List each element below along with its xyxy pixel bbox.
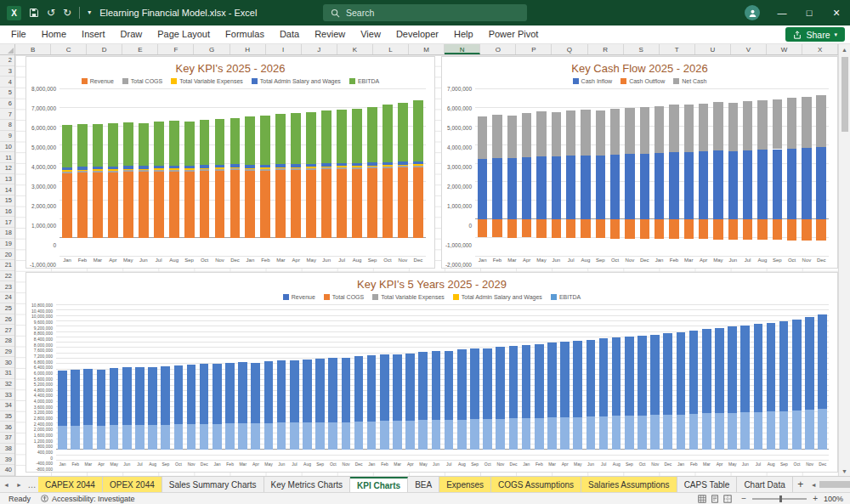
column-header-t[interactable]: T [660,44,695,54]
row-header-31[interactable]: 31 [0,368,14,379]
chart-key-cash-flow-2025-2026[interactable]: Key Cash Flow 2025 - 2026Cash InflowCash… [441,56,838,269]
spreadsheet-area[interactable]: Key KPI's 2025 - 2026RevenueTotal COGSTo… [15,55,838,476]
undo-icon[interactable]: ↺ [47,8,55,18]
vertical-scrollbar[interactable]: ▲ ▼ [838,44,850,476]
row-header-35[interactable]: 35 [0,411,14,422]
normal-view-icon[interactable] [698,495,706,503]
row-header-9[interactable]: 9 [0,131,14,142]
ribbon-tab-page-layout[interactable]: Page Layout [150,25,218,43]
row-header-37[interactable]: 37 [0,433,14,444]
search-box[interactable]: Search [323,4,527,21]
excel-logo-icon[interactable]: X [7,6,21,20]
row-header-29[interactable]: 29 [0,347,14,358]
row-header-28[interactable]: 28 [0,336,14,347]
row-header-12[interactable]: 12 [0,163,14,174]
maximize-button[interactable]: □ [796,0,823,25]
sheet-tab-salaries-assumptions[interactable]: Salaries Assumptions [581,477,677,492]
row-header-15[interactable]: 15 [0,195,14,207]
horizontal-scrollbar-thumb[interactable] [819,481,850,488]
sheet-more-button[interactable]: … [26,477,38,492]
row-header-13[interactable]: 13 [0,174,14,185]
column-header-u[interactable]: U [695,44,731,54]
share-button[interactable]: Share ▾ [785,27,845,42]
row-header-14[interactable]: 14 [0,184,14,195]
column-header-r[interactable]: R [588,44,624,54]
close-button[interactable]: × [823,0,850,25]
account-avatar[interactable] [745,5,760,20]
row-header-8[interactable]: 8 [0,120,14,131]
row-header-10[interactable]: 10 [0,142,14,153]
sheet-tab-sales-summary-charts[interactable]: Sales Summary Charts [162,477,264,492]
row-header-2[interactable]: 2 [0,55,14,66]
page-layout-view-icon[interactable] [711,495,719,503]
sheet-tab-bea[interactable]: BEA [408,477,439,492]
row-header-22[interactable]: 22 [0,271,14,282]
row-header-39[interactable]: 39 [0,454,14,465]
column-header-k[interactable]: K [337,44,373,54]
row-header-18[interactable]: 18 [0,228,14,239]
row-header-34[interactable]: 34 [0,400,14,411]
chart-key-kpis-2025-2026[interactable]: Key KPI's 2025 - 2026RevenueTotal COGSTo… [26,56,435,269]
column-header-b[interactable]: B [15,44,51,54]
ribbon-tab-power-pivot[interactable]: Power Pivot [481,25,547,43]
row-header-23[interactable]: 23 [0,281,14,292]
scroll-left-icon[interactable]: ◄ [811,482,817,488]
ribbon-tab-file[interactable]: File [3,25,34,43]
row-header-3[interactable]: 3 [0,66,14,77]
ribbon-tab-insert[interactable]: Insert [74,25,113,43]
row-header-38[interactable]: 38 [0,444,14,455]
column-header-n[interactable]: N [445,44,480,54]
column-header-p[interactable]: P [516,44,552,54]
new-sheet-button[interactable]: + [793,477,808,492]
row-header-16[interactable]: 16 [0,207,14,218]
sheet-nav-prev-icon[interactable]: ◄ [0,477,13,492]
row-header-26[interactable]: 26 [0,314,14,326]
zoom-out-button[interactable]: − [741,494,746,503]
ribbon-tab-formulas[interactable]: Formulas [218,25,272,43]
row-header-33[interactable]: 33 [0,389,14,400]
row-header-17[interactable]: 17 [0,217,14,228]
page-break-view-icon[interactable] [723,495,732,503]
chart-key-kpis-5-years-2025-2029[interactable]: Key KPI's 5 Years 2025 - 2029RevenueTota… [26,272,838,473]
column-header-f[interactable]: F [158,44,194,54]
save-icon[interactable] [29,8,39,18]
ribbon-tab-view[interactable]: View [353,25,388,43]
horizontal-scrollbar[interactable]: ◄ ► [808,477,850,492]
sheet-tab-cogs-assumptions[interactable]: COGS Assumptions [491,477,581,492]
customize-toolbar-chevron-icon[interactable]: ▾ [88,9,91,16]
ribbon-tab-review[interactable]: Review [307,25,353,43]
scroll-down-icon[interactable]: ▼ [842,466,847,476]
zoom-in-button[interactable]: + [813,494,818,503]
row-header-40[interactable]: 40 [0,465,14,476]
select-all-corner[interactable] [0,44,15,54]
row-header-6[interactable]: 6 [0,99,14,110]
row-header-24[interactable]: 24 [0,292,14,303]
sheet-tab-opex-2044[interactable]: OPEX 2044 [103,477,162,492]
column-header-w[interactable]: W [767,44,802,54]
row-header-32[interactable]: 32 [0,379,14,390]
zoom-slider-handle[interactable] [779,496,782,502]
column-header-c[interactable]: C [51,44,87,54]
column-header-m[interactable]: M [409,44,445,54]
redo-icon[interactable]: ↻ [63,8,71,18]
sheet-tab-key-metrics-charts[interactable]: Key Metrics Charts [264,477,350,492]
column-header-q[interactable]: Q [552,44,587,54]
scroll-up-icon[interactable]: ▲ [842,44,847,54]
column-header-d[interactable]: D [87,44,122,54]
row-header-11[interactable]: 11 [0,152,14,163]
sheet-nav-next-icon[interactable]: ► [13,477,26,492]
column-header-l[interactable]: L [373,44,409,54]
vertical-scrollbar-thumb[interactable] [842,57,848,132]
row-header-25[interactable]: 25 [0,303,14,314]
sheet-tab-capex-2044[interactable]: CAPEX 2044 [38,477,103,492]
column-header-x[interactable]: X [802,44,838,54]
zoom-slider[interactable] [752,498,807,500]
column-header-i[interactable]: I [266,44,302,54]
ribbon-tab-developer[interactable]: Developer [388,25,446,43]
row-header-7[interactable]: 7 [0,109,14,120]
row-header-21[interactable]: 21 [0,260,14,271]
column-header-g[interactable]: G [194,44,230,54]
column-header-o[interactable]: O [480,44,516,54]
column-header-h[interactable]: H [230,44,266,54]
column-header-e[interactable]: E [122,44,158,54]
